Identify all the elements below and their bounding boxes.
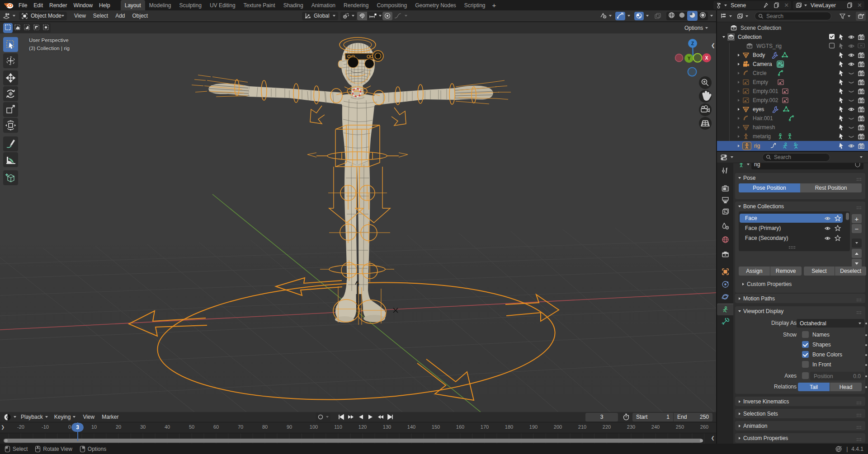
svg-text:Y: Y <box>688 56 691 61</box>
svg-text:Z: Z <box>691 41 694 46</box>
svg-text:X: X <box>705 56 708 61</box>
